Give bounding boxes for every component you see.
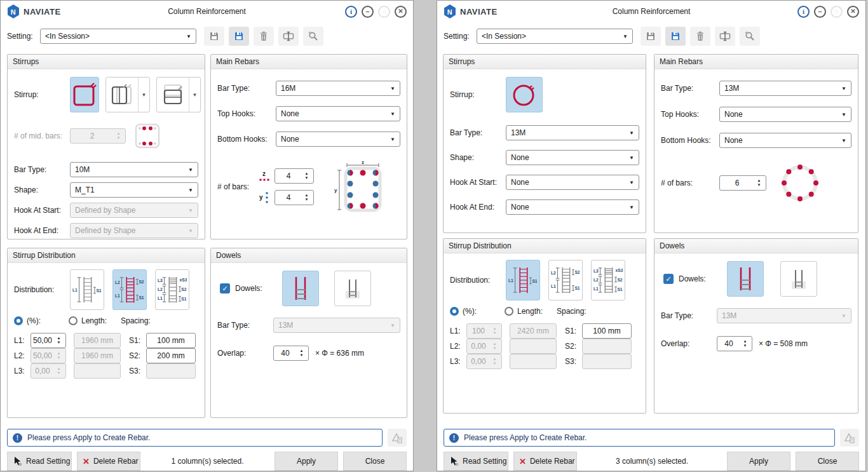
s1-spacing-field[interactable]: 100 mm bbox=[146, 333, 196, 348]
distribution-one-zone-button[interactable]: L1 S1 bbox=[506, 260, 540, 300]
mid-bars-spinner: 2 ▲▼ bbox=[70, 128, 126, 144]
distribution-three-zone-button[interactable]: L3L2L1 xS3 S2 S1 bbox=[155, 269, 189, 310]
svg-text:S2: S2 bbox=[574, 270, 580, 274]
delete-setting-button[interactable] bbox=[690, 27, 710, 46]
setting-select[interactable]: <In Session> ▼ bbox=[40, 29, 196, 44]
read-setting-button[interactable]: Read Setting bbox=[7, 452, 72, 471]
stirrup-distribution-group: Stirrup Distribution Distribution: L1 bbox=[7, 248, 205, 418]
spinner-down-icon[interactable]: ▼ bbox=[300, 353, 304, 358]
bars-y-spinner[interactable]: 4 ▲▼ bbox=[275, 190, 314, 205]
dowels-checkbox[interactable]: ✓ bbox=[220, 283, 230, 293]
svg-text:z: z bbox=[362, 159, 364, 165]
circular-stirrup-icon bbox=[510, 81, 538, 109]
chevron-down-icon: ▼ bbox=[390, 137, 395, 142]
length-radio[interactable] bbox=[69, 316, 78, 325]
top-hooks-select[interactable]: None ▼ bbox=[719, 107, 851, 122]
info-icon[interactable]: i bbox=[797, 6, 810, 18]
minimize-icon[interactable]: – bbox=[814, 6, 826, 18]
close-button[interactable]: Close bbox=[343, 452, 407, 471]
distribution-two-zone-button[interactable]: L2L1 S2 S1 bbox=[112, 269, 147, 310]
save-setting-button[interactable] bbox=[641, 27, 661, 46]
stirrup-double-horizontal-button[interactable]: ▼ bbox=[156, 77, 201, 112]
dowels-lapped-button[interactable] bbox=[282, 271, 319, 306]
stirrup-bar-type-select[interactable]: 13M ▼ bbox=[506, 125, 639, 140]
spinner-down-icon[interactable]: ▼ bbox=[57, 341, 61, 345]
stirrup-rectangular-button[interactable] bbox=[70, 77, 99, 112]
stirrup-double-vertical-button[interactable]: ▼ bbox=[105, 77, 150, 112]
length-radio[interactable] bbox=[505, 307, 513, 316]
minimize-icon[interactable]: – bbox=[362, 6, 374, 18]
spinner-up-icon[interactable]: ▲ bbox=[305, 172, 309, 176]
save-as-setting-button[interactable] bbox=[665, 27, 686, 46]
rename-setting-button[interactable] bbox=[278, 27, 299, 46]
spinner-up-icon[interactable]: ▲ bbox=[57, 336, 61, 341]
stirrup-shape-select[interactable]: M_T1 ▼ bbox=[70, 182, 198, 198]
hook-end-label: Hook At End: bbox=[450, 203, 506, 212]
spinner-down-icon[interactable]: ▼ bbox=[757, 183, 761, 187]
overlap-spinner[interactable]: 40 ▲▼ bbox=[717, 336, 752, 351]
distribution-one-zone-button[interactable]: L1 S1 bbox=[70, 269, 104, 310]
main-bar-type-select[interactable]: 13M ▼ bbox=[719, 81, 851, 96]
s1-spacing-field[interactable]: 100 mm bbox=[582, 323, 632, 339]
setting-select[interactable]: <In Session> ▼ bbox=[477, 29, 633, 44]
save-setting-button[interactable] bbox=[204, 27, 224, 46]
percent-radio[interactable] bbox=[450, 307, 459, 316]
save-as-setting-button[interactable] bbox=[229, 27, 249, 46]
dowels-embedded-button[interactable] bbox=[780, 261, 817, 297]
chevron-down-icon: ▼ bbox=[623, 34, 628, 39]
delete-rebar-button[interactable]: ✕ Delete Rebar bbox=[513, 452, 577, 471]
main-rebars-group: Main Rebars Bar Type: 13M ▼ Top Hooks: N… bbox=[654, 54, 858, 233]
apply-button[interactable]: Apply bbox=[727, 452, 790, 471]
top-hooks-select[interactable]: None ▼ bbox=[276, 106, 400, 121]
overlap-spinner[interactable]: 40 ▲▼ bbox=[273, 346, 309, 361]
hook-at-end-select[interactable]: None ▼ bbox=[506, 199, 639, 215]
stirrup-shape-select[interactable]: None ▼ bbox=[506, 150, 639, 165]
spinner-up-icon[interactable]: ▲ bbox=[305, 193, 309, 198]
info-icon[interactable]: i bbox=[345, 6, 357, 18]
bottom-hooks-label: Bottom Hooks: bbox=[661, 136, 719, 145]
close-icon[interactable]: ✕ bbox=[847, 6, 859, 18]
dowels-checkbox[interactable]: ✓ bbox=[663, 274, 674, 284]
l1-percent-spinner[interactable]: 50,00 ▲▼ bbox=[31, 333, 66, 348]
bottom-hooks-select[interactable]: None ▼ bbox=[276, 131, 400, 147]
spinner-up-icon[interactable]: ▲ bbox=[757, 179, 761, 183]
distribution-one-zone-icon: L1 S1 bbox=[508, 263, 538, 297]
chevron-down-icon: ▼ bbox=[629, 180, 634, 185]
s2-spacing-field[interactable]: 200 mm bbox=[146, 348, 196, 363]
warnings-button bbox=[840, 429, 859, 447]
stirrup-circular-button[interactable] bbox=[506, 77, 543, 112]
chevron-down-icon[interactable]: ▼ bbox=[138, 78, 149, 112]
chevron-down-icon: ▼ bbox=[841, 313, 846, 319]
spinner-up-icon[interactable]: ▲ bbox=[300, 349, 304, 353]
hook-at-start-select[interactable]: None ▼ bbox=[506, 175, 639, 190]
num-bars-spinner[interactable]: 6 ▲▼ bbox=[719, 175, 766, 191]
distribution-three-zone-button[interactable]: L3L2L1 xS3 S2 S1 bbox=[591, 260, 625, 300]
preview-setting-button[interactable] bbox=[303, 27, 323, 46]
dowels-embedded-button[interactable] bbox=[334, 271, 371, 306]
close-button[interactable]: Close bbox=[796, 452, 859, 471]
delete-rebar-button[interactable]: ✕ Delete Rebar bbox=[77, 452, 140, 471]
spinner-down-icon[interactable]: ▼ bbox=[743, 344, 747, 348]
apply-button[interactable]: Apply bbox=[275, 452, 338, 471]
rename-setting-button[interactable] bbox=[715, 27, 735, 46]
chevron-down-icon: ▼ bbox=[629, 205, 634, 210]
preview-setting-button[interactable] bbox=[740, 27, 760, 46]
distribution-two-zone-button[interactable]: L2L1 S2 S1 bbox=[548, 260, 583, 300]
percent-radio[interactable] bbox=[14, 316, 23, 325]
main-bar-type-select[interactable]: 16M ▼ bbox=[276, 81, 400, 96]
spinner-up-icon[interactable]: ▲ bbox=[743, 339, 747, 344]
l1-percent-spinner: 100 ▲▼ bbox=[466, 323, 502, 339]
chevron-down-icon: ▼ bbox=[841, 138, 846, 144]
delete-setting-button[interactable] bbox=[254, 27, 274, 46]
read-setting-button[interactable]: Read Setting bbox=[444, 452, 508, 471]
bottom-hooks-select[interactable]: None ▼ bbox=[719, 133, 851, 148]
close-icon[interactable]: ✕ bbox=[395, 6, 407, 18]
dowels-lapped-button[interactable] bbox=[727, 261, 764, 297]
stirrup-bar-type-select[interactable]: 10M ▼ bbox=[70, 162, 198, 177]
group-title: Main Rebars bbox=[216, 57, 259, 66]
chevron-down-icon[interactable]: ▼ bbox=[189, 78, 200, 112]
spinner-down-icon[interactable]: ▼ bbox=[305, 176, 309, 180]
bars-z-spinner[interactable]: 4 ▲▼ bbox=[275, 168, 314, 184]
spinner-down-icon[interactable]: ▼ bbox=[305, 198, 309, 202]
spinner-up-icon: ▲ bbox=[57, 367, 61, 371]
